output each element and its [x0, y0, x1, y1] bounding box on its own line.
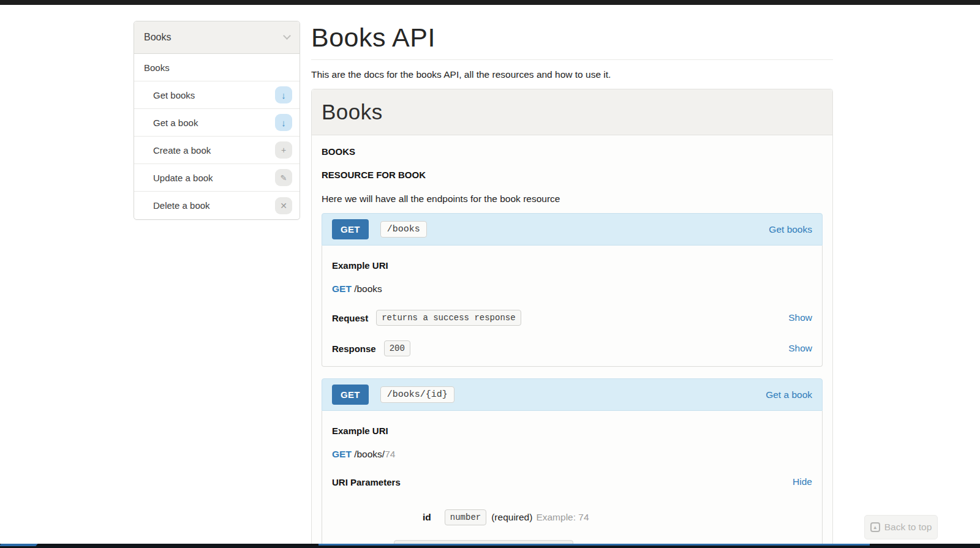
back-to-top-icon: ▲	[870, 522, 880, 532]
response-show-link[interactable]: Show	[788, 343, 812, 354]
resource-description: Here we will have all the endpoints for …	[322, 193, 823, 205]
request-description-chip: returns a success response	[376, 310, 521, 326]
example-uri-label: Example URI	[332, 260, 812, 271]
parameter-row: id number (required) Example: 74	[332, 509, 812, 525]
uri-template-chip: /books/{id}	[380, 386, 454, 403]
parameter-example-value: 74	[578, 512, 589, 522]
back-to-top-label: Back to top	[884, 522, 932, 533]
arrow-down-icon[interactable]: ↓	[275, 114, 292, 131]
uri-template-chip: /books	[380, 221, 427, 238]
uri-parameters-row: URI Parameters Hide	[332, 476, 812, 487]
sidebar-item-get-a-book[interactable]: Get a book ↓	[134, 109, 300, 137]
bottom-bar-accent	[318, 544, 870, 546]
example-uri-value: GET /books	[332, 283, 812, 295]
sidebar: Books Books Get books ↓ Get a book ↓ Cre…	[134, 21, 300, 220]
title-divider	[311, 59, 833, 60]
example-method: GET	[332, 283, 352, 294]
response-row: Response 200 Show	[332, 340, 812, 356]
plus-icon[interactable]: +	[275, 141, 292, 159]
sidebar-item-update-a-book[interactable]: Update a book ✎	[134, 164, 300, 192]
parameter-example-label: Example:	[536, 512, 576, 522]
page-description: This are the docs for the books API, all…	[311, 68, 833, 81]
resource-group-title: Books	[322, 100, 383, 124]
close-icon[interactable]: ✕	[275, 197, 292, 214]
back-to-top-button[interactable]: ▲ Back to top	[864, 515, 938, 539]
example-uri-value: GET /books/74	[332, 448, 812, 460]
resource-group-header: Books	[312, 89, 832, 135]
sidebar-item-label: Create a book	[153, 145, 211, 156]
top-window-bar	[0, 0, 980, 5]
example-uri-label: Example URI	[332, 426, 812, 437]
example-path: /books/	[354, 449, 385, 459]
endpoint-header[interactable]: GET /books Get books	[322, 213, 823, 246]
sidebar-item-label: Books	[144, 62, 170, 73]
arrow-down-icon[interactable]: ↓	[275, 86, 292, 103]
bottom-bar-wedge	[0, 544, 38, 546]
response-status-chip: 200	[384, 340, 410, 356]
resource-group-body: BOOKS RESOURCE FOR BOOK Here we will hav…	[312, 135, 832, 548]
response-label: Response	[332, 343, 376, 354]
endpoint-card-get-books: GET /books Get books Example URI GET /bo…	[322, 213, 823, 367]
uri-parameters-hide-link[interactable]: Hide	[793, 476, 812, 487]
method-badge: GET	[332, 219, 369, 239]
bottom-window-bar	[0, 544, 980, 548]
endpoint-body: Example URI GET /books/74 URI Parameters…	[322, 411, 823, 548]
endpoint-action-link[interactable]: Get a book	[766, 389, 812, 400]
request-label: Request	[332, 313, 368, 323]
parameter-name: id	[423, 512, 431, 523]
sidebar-item-label: Update a book	[153, 173, 213, 183]
endpoint-header[interactable]: GET /books/{id} Get a book	[322, 378, 823, 411]
resource-heading: RESOURCE FOR BOOK	[322, 170, 823, 181]
chevron-down-icon[interactable]	[283, 32, 291, 40]
sidebar-group-label: Books	[144, 32, 171, 43]
sidebar-item-label: Get a book	[153, 118, 198, 128]
parameter-required: (required)	[491, 512, 532, 523]
sidebar-item-delete-a-book[interactable]: Delete a book ✕	[134, 192, 300, 219]
method-badge: GET	[332, 385, 369, 405]
pencil-glyph: ✎	[281, 174, 287, 182]
example-method: GET	[332, 449, 352, 459]
sidebar-item-get-books[interactable]: Get books ↓	[134, 81, 300, 109]
sidebar-item-label: Delete a book	[153, 200, 210, 211]
parameter-type-chip: number	[445, 509, 486, 525]
endpoint-body: Example URI GET /books Request returns a…	[322, 246, 823, 367]
request-row: Request returns a success response Show	[332, 310, 812, 326]
sidebar-group-header[interactable]: Books	[134, 21, 300, 54]
sidebar-item-label: Get books	[153, 90, 195, 100]
parameter-example: Example: 74	[536, 512, 589, 523]
request-show-link[interactable]: Show	[788, 312, 812, 323]
sidebar-item-create-a-book[interactable]: Create a book +	[134, 137, 300, 164]
sidebar-item-books[interactable]: Books	[134, 54, 300, 81]
endpoint-action-link[interactable]: Get books	[769, 224, 812, 235]
uri-parameters-label: URI Parameters	[332, 477, 401, 487]
endpoint-card-get-a-book: GET /books/{id} Get a book Example URI G…	[322, 378, 823, 548]
pencil-icon[interactable]: ✎	[275, 169, 292, 186]
example-suffix: 74	[385, 449, 395, 459]
resource-group-panel: Books BOOKS RESOURCE FOR BOOK Here we wi…	[311, 89, 833, 548]
example-path: /books	[354, 283, 382, 294]
page-title: Books API	[311, 22, 833, 53]
group-heading: BOOKS	[322, 146, 823, 157]
main-content: Books API This are the docs for the book…	[311, 5, 833, 548]
up-triangle-glyph: ▲	[873, 525, 878, 530]
